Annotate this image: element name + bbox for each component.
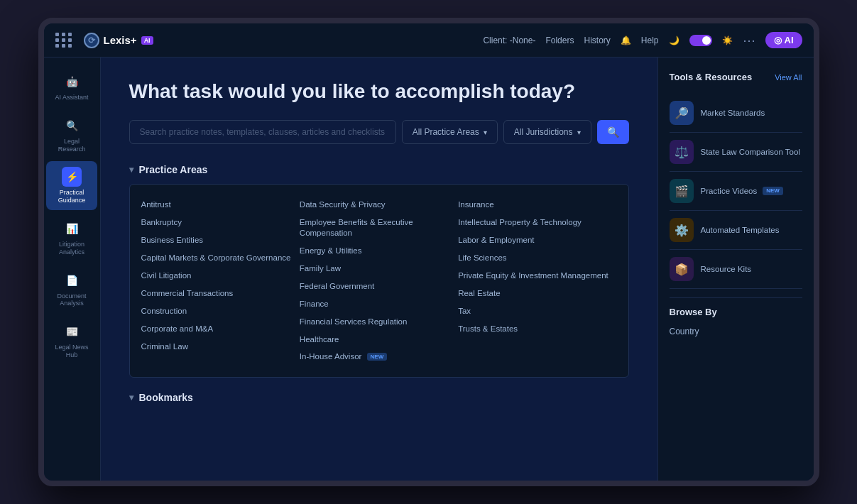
logo: Lexis+ AI: [84, 33, 153, 48]
help-link[interactable]: Help: [641, 35, 659, 45]
view-all-link[interactable]: View All: [775, 73, 802, 82]
bookmarks-collapse-icon[interactable]: ▾: [129, 393, 133, 402]
main-area: 🤖 AI Assistant 🔍 Legal Research ⚡ Practi…: [44, 57, 814, 481]
practice-areas-section: ▾ Practice Areas Antitrust Bankruptcy Bu…: [129, 164, 629, 378]
practice-tax[interactable]: Tax: [458, 302, 616, 320]
practice-col-3: Insurance Intellectual Property & Techno…: [458, 196, 616, 366]
practice-federal-government[interactable]: Federal Government: [300, 278, 458, 295]
practice-family-law[interactable]: Family Law: [300, 260, 458, 278]
page-title: What task would you like to accomplish t…: [129, 80, 629, 103]
resource-kits-icon: 📦: [670, 257, 694, 281]
tool-item-resource-kits[interactable]: 📦 Resource Kits: [670, 250, 802, 289]
practice-areas-title: Practice Areas: [139, 164, 208, 175]
folders-link[interactable]: Folders: [545, 35, 574, 45]
practice-corporate-ma[interactable]: Corporate and M&A: [141, 320, 300, 338]
sun-icon: ☀️: [722, 35, 733, 45]
moon-icon: 🌙: [669, 35, 679, 45]
content-area: What task would you like to accomplish t…: [101, 57, 657, 481]
navbar: Lexis+ AI Client: -None- Folders History…: [44, 23, 814, 57]
search-icon: 🔍: [607, 126, 619, 138]
sidebar-item-document-analysis[interactable]: 📄 Document Analysis: [46, 265, 97, 314]
logo-ai-badge: AI: [141, 36, 153, 45]
practice-construction[interactable]: Construction: [141, 302, 300, 320]
search-input-wrap: [129, 120, 396, 144]
navbar-left: Lexis+ AI: [55, 33, 153, 48]
practice-ip-technology[interactable]: Intellectual Property & Technology: [458, 214, 616, 231]
practice-labor-employment[interactable]: Labor & Employment: [458, 231, 616, 249]
right-panel: Tools & Resources View All 🔎 Market Stan…: [657, 57, 814, 481]
bookmarks-header: ▾ Bookmarks: [129, 392, 629, 403]
search-container: All Practice Areas ▾ All Jurisdictions ▾…: [129, 120, 629, 144]
ai-button[interactable]: ◎ AI: [765, 32, 802, 48]
navbar-right: Client: -None- Folders History 🔔 Help 🌙 …: [483, 32, 802, 48]
laptop-shell: Lexis+ AI Client: -None- Folders History…: [38, 18, 819, 486]
document-analysis-icon: 📄: [62, 270, 82, 290]
tool-item-state-law[interactable]: ⚖️ State Law Comparison Tool: [670, 133, 802, 172]
practice-private-equity[interactable]: Private Equity & Investment Management: [458, 267, 616, 285]
practice-commercial-transactions[interactable]: Commercial Transactions: [141, 285, 300, 302]
more-options[interactable]: ⋯: [743, 33, 755, 48]
tool-item-market-standards[interactable]: 🔎 Market Standards: [670, 94, 802, 133]
state-law-icon: ⚖️: [670, 140, 694, 164]
practice-employee-benefits[interactable]: Employee Benefits & Executive Compensati…: [300, 214, 458, 242]
tool-item-practice-videos[interactable]: 🎬 Practice Videos NEW: [670, 172, 802, 211]
sidebar-label-litigation-analytics: Litigation Analytics: [50, 241, 93, 256]
practice-grid-container: Antitrust Bankruptcy Business Entities C…: [129, 184, 629, 378]
practice-areas-header: ▾ Practice Areas: [129, 164, 629, 175]
tool-name-market-standards: Market Standards: [701, 108, 765, 119]
practice-business-entities[interactable]: Business Entities: [141, 231, 300, 249]
theme-toggle[interactable]: [689, 35, 712, 46]
practice-videos-badge: NEW: [763, 187, 783, 195]
practice-data-security[interactable]: Data Security & Privacy: [300, 196, 458, 214]
sidebar-label-legal-research: Legal Research: [50, 138, 93, 153]
tools-title: Tools & Resources: [670, 72, 753, 82]
jurisdictions-filter[interactable]: All Jurisdictions ▾: [503, 120, 591, 144]
market-standards-icon: 🔎: [670, 101, 694, 125]
new-badge: NEW: [367, 353, 388, 361]
client-label[interactable]: Client: -None-: [483, 35, 535, 45]
practice-financial-services[interactable]: Financial Services Regulation: [300, 313, 458, 331]
sidebar-item-legal-news-hub[interactable]: 📰 Legal News Hub: [46, 316, 97, 365]
practice-insurance[interactable]: Insurance: [458, 196, 616, 214]
practice-col-2: Data Security & Privacy Employee Benefit…: [300, 196, 458, 366]
practice-bankruptcy[interactable]: Bankruptcy: [141, 214, 300, 231]
tool-item-automated-templates[interactable]: ⚙️ Automated Templates: [670, 211, 802, 250]
practice-areas-filter[interactable]: All Practice Areas ▾: [402, 120, 498, 144]
sidebar-item-legal-research[interactable]: 🔍 Legal Research: [46, 110, 97, 159]
tool-name-resource-kits: Resource Kits: [701, 264, 752, 275]
practice-finance[interactable]: Finance: [300, 295, 458, 313]
bookmarks-title: Bookmarks: [139, 392, 193, 403]
practice-col-1: Antitrust Bankruptcy Business Entities C…: [141, 196, 300, 366]
practice-capital-markets[interactable]: Capital Markets & Corporate Governance: [141, 249, 300, 267]
grid-icon[interactable]: [55, 33, 72, 48]
browse-country[interactable]: Country: [670, 324, 802, 339]
app-name: Lexis+: [104, 34, 137, 46]
practice-inhouse-advisor[interactable]: In-House Advisor NEW: [300, 348, 458, 366]
practice-real-estate[interactable]: Real Estate: [458, 285, 616, 302]
ai-icon: ◎: [774, 35, 782, 45]
sidebar-item-practical-guidance[interactable]: ⚡ Practical Guidance: [46, 161, 97, 210]
sidebar-label-practical-guidance: Practical Guidance: [50, 189, 93, 204]
divider: [670, 297, 802, 298]
tool-name-state-law: State Law Comparison Tool: [701, 147, 800, 158]
practice-life-sciences[interactable]: Life Sciences: [458, 249, 616, 267]
practice-civil-litigation[interactable]: Civil Litigation: [141, 267, 300, 285]
collapse-icon[interactable]: ▾: [129, 165, 133, 175]
bell-icon[interactable]: 🔔: [621, 35, 631, 45]
legal-news-hub-icon: 📰: [62, 322, 82, 341]
practice-criminal-law[interactable]: Criminal Law: [141, 338, 300, 356]
search-input[interactable]: [129, 120, 396, 144]
logo-icon: [84, 33, 99, 48]
tool-name-automated-templates: Automated Templates: [701, 225, 780, 236]
practice-healthcare[interactable]: Healthcare: [300, 331, 458, 349]
practice-trusts-estates[interactable]: Trusts & Estates: [458, 320, 616, 338]
sidebar: 🤖 AI Assistant 🔍 Legal Research ⚡ Practi…: [44, 57, 101, 481]
sidebar-item-litigation-analytics[interactable]: 📊 Litigation Analytics: [46, 213, 97, 262]
litigation-analytics-icon: 📊: [62, 219, 82, 239]
search-button[interactable]: 🔍: [597, 120, 629, 144]
sidebar-item-ai-assistant[interactable]: 🤖 AI Assistant: [46, 66, 97, 107]
practice-antitrust[interactable]: Antitrust: [141, 196, 300, 214]
practice-videos-icon: 🎬: [670, 179, 694, 203]
practice-energy[interactable]: Energy & Utilities: [300, 242, 458, 260]
history-link[interactable]: History: [584, 35, 610, 45]
